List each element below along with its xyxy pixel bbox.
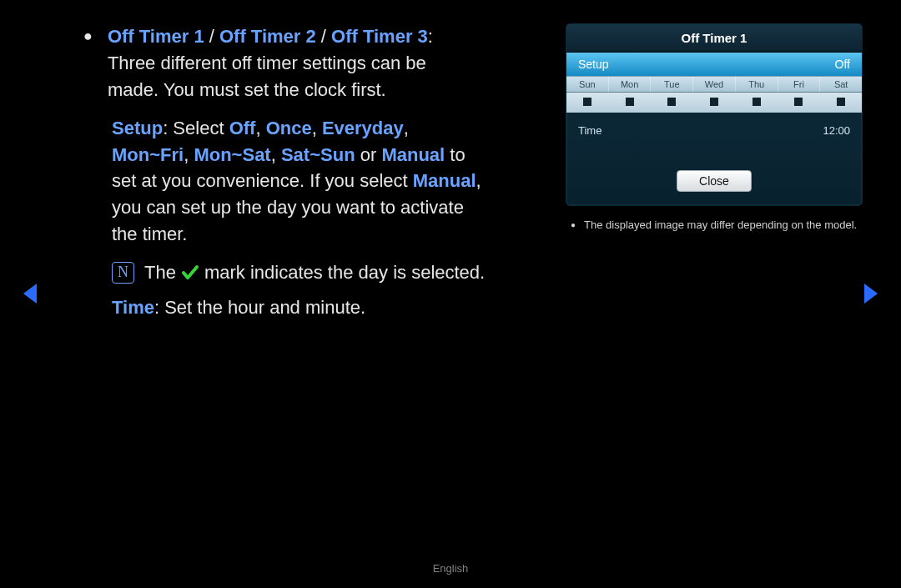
time-line: Time: Set the hour and minute. bbox=[112, 294, 551, 321]
intro-line2: made. You must set the clock first. bbox=[108, 77, 433, 103]
note-icon: N bbox=[112, 262, 134, 283]
setup-line3: set at you convenience. If you select Ma… bbox=[112, 168, 551, 194]
checkbox-sat[interactable] bbox=[819, 98, 862, 106]
prev-page-button[interactable] bbox=[22, 282, 40, 309]
setup-line2: Mon~Fri, Mon~Sat, Sat~Sun or Manual to bbox=[112, 142, 551, 168]
day-wed[interactable]: Wed bbox=[693, 77, 736, 92]
svg-marker-1 bbox=[864, 284, 878, 304]
dialog-setup-row[interactable]: Setup Off bbox=[566, 53, 862, 76]
bullet-dot: ● bbox=[571, 219, 576, 232]
dialog-time-label: Time bbox=[578, 124, 602, 137]
disclaimer: ● The displayed image may differ dependi… bbox=[566, 218, 861, 234]
day-sat[interactable]: Sat bbox=[820, 77, 862, 92]
day-sun[interactable]: Sun bbox=[566, 77, 609, 92]
checkbox-mon[interactable] bbox=[609, 98, 652, 106]
checkbox-wed[interactable] bbox=[693, 98, 736, 106]
close-button[interactable]: Close bbox=[677, 170, 752, 192]
heading-sep2: / bbox=[316, 26, 331, 47]
disclaimer-text: The displayed image may differ depending… bbox=[584, 218, 857, 234]
note-post: mark indicates the day is selected. bbox=[204, 259, 485, 286]
checkbox-fri[interactable] bbox=[778, 98, 820, 106]
heading-t3: Off Timer 3 bbox=[331, 26, 428, 47]
day-fri[interactable]: Fri bbox=[778, 77, 821, 92]
main-content: ● Off Timer 1 / Off Timer 2 / Off Timer … bbox=[83, 23, 551, 321]
time-desc: : Set the hour and minute. bbox=[154, 297, 365, 318]
day-tue[interactable]: Tue bbox=[651, 77, 693, 92]
dialog-time-value: 12:00 bbox=[823, 124, 850, 137]
setup-label: Setup bbox=[112, 118, 163, 138]
setup-line1: Setup: Select Off, Once, Everyday, bbox=[112, 115, 551, 142]
time-label: Time bbox=[112, 297, 154, 318]
dialog-week-row: Sun Mon Tue Wed Thu Fri Sat bbox=[566, 76, 862, 93]
checkbox-sun[interactable] bbox=[566, 98, 609, 106]
off-timer-dialog: Off Timer 1 Setup Off Sun Mon Tue Wed Th… bbox=[566, 23, 863, 206]
setup-line5: the timer. bbox=[112, 221, 551, 248]
day-mon[interactable]: Mon bbox=[609, 77, 652, 92]
day-thu[interactable]: Thu bbox=[736, 77, 778, 92]
heading-t2: Off Timer 2 bbox=[219, 26, 316, 47]
dialog-checkboxes bbox=[566, 93, 862, 113]
setup-line4: you can set up the day you want to activ… bbox=[112, 194, 551, 221]
dialog-setup-label: Setup bbox=[578, 58, 609, 71]
note-pre: The bbox=[144, 259, 176, 286]
check-icon bbox=[181, 259, 199, 286]
next-page-button[interactable] bbox=[861, 282, 879, 309]
svg-marker-0 bbox=[23, 284, 37, 304]
checkbox-tue[interactable] bbox=[651, 98, 693, 106]
dialog-title: Off Timer 1 bbox=[566, 24, 862, 53]
heading-t1: Off Timer 1 bbox=[108, 26, 204, 47]
intro-line1: Three different off timer settings can b… bbox=[108, 50, 433, 77]
heading-line: Off Timer 1 / Off Timer 2 / Off Timer 3: bbox=[108, 23, 433, 50]
dialog-time-row[interactable]: Time 12:00 bbox=[566, 113, 862, 162]
dialog-setup-value: Off bbox=[835, 58, 850, 71]
heading-sep1: / bbox=[204, 26, 219, 47]
bullet-dot: ● bbox=[83, 23, 93, 103]
checkbox-thu[interactable] bbox=[735, 98, 778, 106]
footer-language: English bbox=[0, 562, 901, 575]
